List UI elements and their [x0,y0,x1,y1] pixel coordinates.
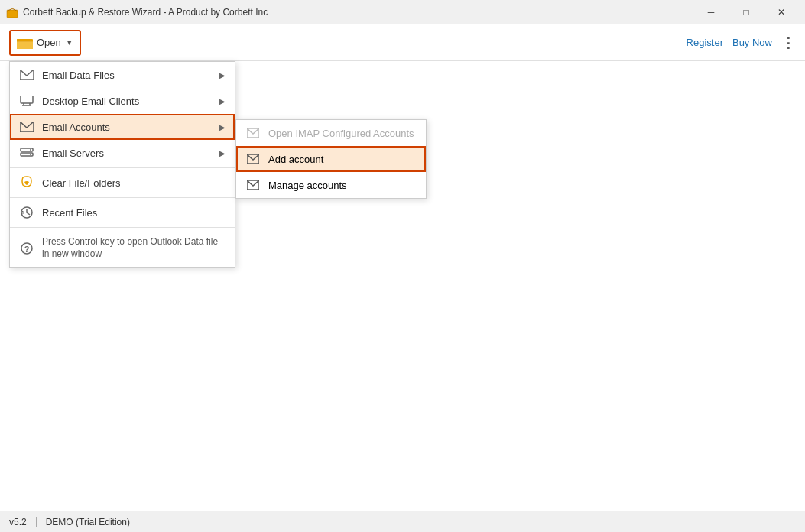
email-accounts-submenu: Open IMAP Configured Accounts Add accoun… [235,119,427,199]
status-divider [36,517,37,527]
svg-point-13 [30,154,31,155]
menu-divider-1 [10,167,235,168]
more-options-button[interactable]: ⋮ [781,34,796,51]
email-data-files-label: Email Data Files [42,70,212,81]
app-title: Corbett Backup & Restore Wizard - A Prod… [23,7,693,18]
email-servers-label: Email Servers [42,148,212,159]
submenu-item-open-imap: Open IMAP Configured Accounts [236,120,426,146]
edition-label: DEMO (Trial Edition) [46,517,130,527]
status-bar: v5.2 DEMO (Trial Edition) [0,511,805,532]
open-button[interactable]: Open ▼ [9,30,81,56]
minimize-button[interactable]: ─ [693,0,729,24]
svg-text:?: ? [24,245,30,254]
title-bar: Corbett Backup & Restore Wizard - A Prod… [0,0,805,24]
add-account-icon [245,153,261,165]
imap-icon [245,127,261,139]
submenu-item-manage-accounts[interactable]: Manage accounts [236,172,426,198]
help-label: Press Control key to open Outlook Data f… [42,236,226,260]
maximize-button[interactable]: □ [729,0,764,24]
arrow-icon-email-data-files: ▶ [219,71,226,79]
open-label: Open [37,37,61,48]
menu-item-email-data-files[interactable]: Email Data Files ▶ [10,62,235,88]
folder-icon [17,36,34,50]
recent-files-label: Recent Files [42,207,226,219]
main-content: Email Data Files ▶ Desktop Email Clients… [0,61,805,511]
email-accounts-icon [19,121,34,133]
app-icon [6,6,18,18]
toolbar: Open ▼ Register Buy Now ⋮ [0,24,805,61]
menu-divider-2 [10,197,235,198]
menu-item-recent-files[interactable]: Recent Files [10,200,235,225]
svg-rect-0 [7,10,18,18]
email-accounts-label: Email Accounts [42,122,212,133]
svg-rect-2 [17,41,33,49]
email-data-files-icon [19,69,34,81]
toolbar-right: Register Buy Now ⋮ [687,34,796,51]
email-servers-icon [19,147,34,159]
buy-now-link[interactable]: Buy Now [732,37,772,48]
menu-divider-3 [10,227,235,228]
open-dropdown-menu: Email Data Files ▶ Desktop Email Clients… [9,61,235,268]
recent-files-icon [19,206,34,219]
window-controls: ─ □ ✕ [693,0,799,24]
desktop-email-clients-icon [19,95,34,107]
clear-file-folders-label: Clear File/Folders [42,177,226,189]
svg-point-12 [30,149,31,151]
arrow-icon-email-servers: ▶ [219,149,226,157]
dropdown-arrow-icon: ▼ [66,38,73,47]
desktop-email-clients-label: Desktop Email Clients [42,96,212,107]
arrow-icon-desktop-email-clients: ▶ [219,97,226,105]
svg-rect-5 [21,96,33,103]
open-imap-label: Open IMAP Configured Accounts [268,128,414,139]
menu-item-clear-file-folders[interactable]: Clear File/Folders [10,170,235,196]
menu-item-help[interactable]: ? Press Control key to open Outlook Data… [10,229,235,267]
arrow-icon-email-accounts: ▶ [219,123,226,131]
register-link[interactable]: Register [687,37,723,48]
add-account-label: Add account [268,154,323,165]
version-label: v5.2 [9,517,27,527]
manage-accounts-icon [245,179,261,191]
menu-item-desktop-email-clients[interactable]: Desktop Email Clients ▶ [10,88,235,114]
clear-file-folders-icon [19,177,34,189]
menu-item-email-servers[interactable]: Email Servers ▶ [10,140,235,166]
svg-rect-3 [17,39,23,41]
submenu-item-add-account[interactable]: Add account [236,146,426,172]
help-icon: ? [19,242,34,255]
menu-item-email-accounts[interactable]: Email Accounts ▶ [10,114,235,140]
close-button[interactable]: ✕ [764,0,799,24]
manage-accounts-label: Manage accounts [268,180,347,191]
